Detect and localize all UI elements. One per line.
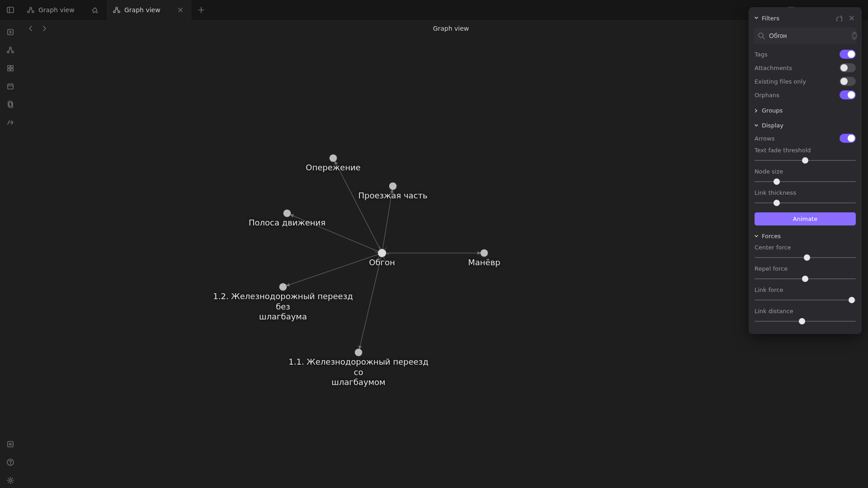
graph-node[interactable] (481, 249, 488, 257)
chevron-down-icon (754, 15, 759, 21)
link-distance-label: Link distance (755, 308, 856, 314)
clear-search-icon[interactable] (852, 32, 857, 40)
view-title: Graph view (51, 25, 851, 32)
tags-label: Tags (755, 51, 840, 58)
svg-rect-23 (8, 441, 13, 447)
svg-point-26 (10, 464, 10, 465)
svg-rect-0 (7, 7, 14, 13)
graph-icon (113, 6, 121, 14)
close-icon[interactable] (175, 5, 185, 15)
graph-icon (27, 6, 35, 14)
center-force-slider[interactable] (755, 253, 856, 263)
graph-settings-panel: Filters Tags Attachments Existing files … (749, 7, 862, 334)
svg-point-27 (9, 479, 11, 482)
nav-back-button[interactable] (24, 22, 38, 35)
graph-node[interactable] (378, 249, 386, 257)
repel-force-label: Repel force (755, 265, 856, 272)
graph-view-icon[interactable] (3, 42, 18, 58)
existing-files-label: Existing files only (755, 78, 840, 85)
svg-line-33 (287, 213, 382, 253)
node-size-slider[interactable] (755, 177, 856, 187)
svg-line-38 (384, 257, 385, 260)
chevron-down-icon (754, 123, 759, 128)
tab-label: Graph view (38, 6, 86, 14)
groups-section-header[interactable]: Groups (749, 104, 861, 117)
toggle-left-sidebar-icon[interactable] (3, 3, 18, 17)
orphans-toggle[interactable] (840, 90, 856, 99)
svg-line-40 (375, 252, 377, 253)
existing-files-toggle[interactable] (840, 77, 856, 86)
svg-point-24 (9, 443, 11, 445)
orphans-label: Orphans (755, 92, 840, 99)
tab-strip: Graph view Graph view (20, 0, 760, 20)
text-fade-label: Text fade threshold (755, 147, 856, 154)
tab-graph-view-active[interactable]: Graph view (106, 0, 192, 20)
svg-line-35 (283, 253, 382, 287)
svg-rect-20 (8, 84, 13, 89)
graph-node[interactable] (389, 183, 396, 190)
svg-line-32 (382, 186, 393, 253)
graph-node[interactable] (330, 155, 337, 162)
animate-button[interactable]: Animate (755, 212, 856, 225)
link-force-slider[interactable] (755, 295, 856, 305)
quick-switcher-icon[interactable] (3, 24, 18, 40)
new-tab-button[interactable] (192, 0, 210, 20)
attachments-toggle[interactable] (840, 63, 856, 72)
link-force-label: Link force (755, 286, 856, 293)
arrows-toggle[interactable] (840, 134, 856, 143)
svg-rect-16 (8, 66, 10, 68)
link-thickness-label: Link thickness (755, 189, 856, 196)
pin-icon[interactable] (90, 5, 99, 15)
svg-rect-12 (8, 29, 13, 35)
svg-line-37 (387, 253, 389, 254)
chevron-down-icon (754, 234, 759, 239)
node-size-label: Node size (755, 168, 856, 175)
attachments-label: Attachments (755, 65, 840, 71)
templates-icon[interactable] (3, 97, 18, 112)
chevron-right-icon (754, 108, 759, 113)
help-icon[interactable] (3, 455, 18, 470)
svg-line-42 (385, 247, 387, 249)
filter-search-input[interactable] (765, 32, 852, 39)
svg-rect-17 (11, 66, 13, 68)
link-distance-slider[interactable] (755, 316, 856, 326)
command-palette-icon[interactable] (3, 115, 18, 130)
graph-node[interactable] (355, 349, 362, 356)
canvas-icon[interactable] (3, 61, 18, 76)
svg-rect-18 (8, 69, 10, 71)
tags-toggle[interactable] (840, 50, 856, 59)
graph-canvas[interactable]: ОбгонОпережениеПроезжая частьПолоса движ… (20, 37, 868, 488)
tab-graph-view-pinned[interactable]: Graph view (20, 0, 106, 20)
activity-bar (0, 20, 20, 488)
repel-force-slider[interactable] (755, 274, 856, 284)
filter-search[interactable] (754, 28, 857, 44)
text-fade-slider[interactable] (755, 155, 856, 165)
link-thickness-slider[interactable] (755, 198, 856, 208)
svg-line-31 (333, 158, 382, 253)
svg-line-39 (377, 257, 379, 259)
search-icon (757, 32, 765, 40)
svg-rect-19 (11, 69, 13, 71)
vault-icon[interactable] (3, 436, 18, 452)
display-section-header[interactable]: Display (749, 119, 861, 131)
nav-forward-button[interactable] (38, 22, 51, 35)
daily-notes-icon[interactable] (3, 79, 18, 94)
settings-icon[interactable] (3, 473, 18, 488)
reset-icon[interactable] (834, 13, 844, 23)
svg-line-36 (359, 253, 382, 352)
filters-section-header[interactable]: Filters (749, 10, 861, 26)
center-force-label: Center force (755, 244, 856, 251)
arrows-label: Arrows (755, 135, 840, 142)
graph-node[interactable] (279, 283, 287, 291)
tab-label: Graph view (124, 6, 172, 14)
forces-section-header[interactable]: Forces (749, 230, 861, 242)
close-icon[interactable] (847, 13, 857, 23)
graph-node[interactable] (283, 210, 291, 217)
